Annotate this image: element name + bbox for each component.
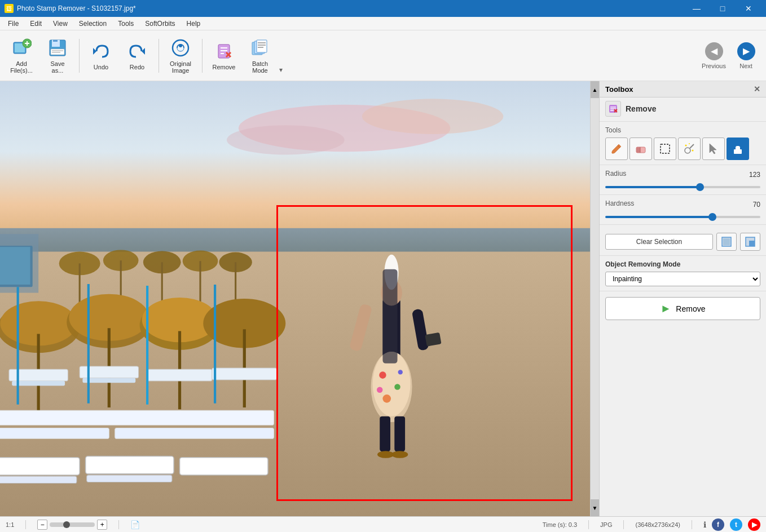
- zoom-slider-track[interactable]: [50, 522, 95, 527]
- twitter-icon[interactable]: t: [730, 518, 742, 531]
- title-bar: 🖼 Photo Stamp Remover - S1032157.jpg* — …: [0, 0, 766, 17]
- svg-rect-110: [749, 241, 755, 246]
- pointer-tool-button[interactable]: [702, 138, 725, 160]
- svg-rect-21: [258, 42, 266, 43]
- svg-rect-32: [0, 247, 30, 285]
- zoom-slider-thumb[interactable]: [63, 521, 70, 528]
- menu-tools[interactable]: Tools: [112, 17, 139, 30]
- svg-point-14: [179, 44, 182, 47]
- remove-button[interactable]: Remove: [207, 33, 241, 78]
- panel-content: Toolbox ✕ Remove Tools: [600, 81, 766, 516]
- time-text: Time (s): 0.3: [543, 521, 577, 528]
- scroll-down-button[interactable]: ▼: [591, 499, 599, 516]
- rect-select-tool-button[interactable]: [654, 138, 676, 160]
- menu-edit[interactable]: Edit: [24, 17, 47, 30]
- panel-close-button[interactable]: ✕: [754, 85, 760, 94]
- radius-value: 123: [749, 171, 760, 179]
- svg-rect-65: [0, 428, 109, 439]
- mode-label: Object Removing Mode: [605, 260, 760, 268]
- remove-section-title: Remove: [626, 104, 656, 113]
- toolbox-header: Toolbox ✕: [600, 81, 766, 97]
- removing-mode-dropdown[interactable]: Inpainting Smart Fill Move & Scale: [605, 272, 760, 286]
- window-title: Photo Stamp Remover - S1032157.jpg*: [17, 5, 136, 12]
- minimize-button[interactable]: —: [684, 0, 710, 17]
- toolbar-sep-3: [202, 39, 202, 73]
- previous-button[interactable]: ◀ Previous: [698, 33, 729, 78]
- remove-action-button[interactable]: ► Remove: [605, 297, 760, 320]
- svg-rect-66: [115, 428, 274, 439]
- batch-mode-icon: [250, 38, 270, 58]
- object-removing-mode-section: Object Removing Mode Inpainting Smart Fi…: [600, 256, 766, 291]
- save-as-label: Saveas...: [50, 60, 64, 74]
- svg-rect-7: [53, 40, 58, 42]
- svg-rect-95: [636, 147, 640, 153]
- original-image-label: OriginalImage: [170, 60, 191, 74]
- original-image-button[interactable]: OriginalImage: [164, 33, 197, 78]
- redo-button[interactable]: Redo: [120, 33, 154, 78]
- eraser-tool-button[interactable]: [629, 138, 652, 160]
- radius-label: Radius: [605, 170, 626, 178]
- info-icon[interactable]: ℹ: [703, 520, 706, 529]
- svg-rect-85: [380, 416, 390, 452]
- remove-label: Remove: [213, 64, 236, 70]
- invert-selection-button[interactable]: [740, 233, 760, 251]
- original-image-icon: [170, 38, 191, 58]
- hardness-value: 70: [753, 201, 760, 209]
- status-sep-1: [25, 520, 26, 529]
- toolbox-title: Toolbox: [605, 85, 633, 94]
- menu-help[interactable]: Help: [181, 17, 206, 30]
- canvas-area[interactable]: [0, 81, 590, 516]
- svg-point-78: [394, 384, 400, 389]
- radius-slider[interactable]: [605, 186, 760, 188]
- batch-mode-button[interactable]: BatchMode: [243, 33, 277, 78]
- scroll-up-button[interactable]: ▲: [591, 81, 599, 98]
- facebook-icon[interactable]: f: [712, 518, 724, 531]
- previous-label: Previous: [702, 63, 726, 69]
- remove-action-label: Remove: [676, 304, 705, 313]
- toolbar-dropdown-arrow[interactable]: ▾: [279, 66, 283, 74]
- zoom-in-button[interactable]: +: [97, 520, 107, 530]
- svg-point-100: [685, 145, 687, 147]
- remove-section-header: Remove: [600, 97, 766, 122]
- menu-selection[interactable]: Selection: [73, 17, 112, 30]
- stamp-tool-button[interactable]: [727, 138, 749, 160]
- undo-button[interactable]: Undo: [84, 33, 118, 78]
- brush-tool-button[interactable]: [605, 138, 628, 160]
- toolbar-sep-2: [159, 39, 159, 73]
- zoom-controls: − +: [37, 520, 107, 530]
- status-sep-5: [692, 520, 692, 529]
- svg-rect-23: [258, 47, 263, 48]
- next-label: Next: [739, 63, 752, 69]
- remove-icon: [214, 41, 234, 61]
- hardness-slider[interactable]: [605, 216, 760, 218]
- tools-label: Tools: [605, 126, 760, 134]
- maximize-button[interactable]: □: [710, 0, 736, 17]
- svg-rect-22: [258, 45, 266, 46]
- svg-rect-84: [425, 333, 441, 347]
- dimensions-display: (3648x2736x24): [635, 521, 680, 528]
- zoom-out-button[interactable]: −: [37, 520, 47, 530]
- panel-scrollbar-left: ▲ ▼: [591, 81, 600, 516]
- menu-softorbits[interactable]: SoftOrbits: [139, 17, 181, 30]
- add-files-button[interactable]: AddFile(s)...: [5, 33, 38, 78]
- svg-point-101: [692, 150, 694, 152]
- menu-file[interactable]: File: [2, 17, 24, 30]
- svg-rect-64: [0, 410, 274, 425]
- svg-rect-56: [147, 369, 212, 381]
- youtube-icon[interactable]: ▶: [748, 518, 760, 531]
- nav-buttons: ◀ Previous ▶ Next: [698, 33, 761, 78]
- add-files-label: AddFile(s)...: [10, 60, 33, 74]
- next-button[interactable]: ▶ Next: [730, 33, 761, 78]
- toolbar-sep-1: [79, 39, 80, 73]
- beach-image: [0, 81, 590, 516]
- svg-rect-10: [52, 52, 60, 53]
- magic-wand-tool-button[interactable]: [678, 138, 701, 160]
- svg-marker-103: [710, 144, 716, 154]
- save-as-button[interactable]: Saveas...: [41, 33, 74, 78]
- redo-label: Redo: [130, 64, 144, 70]
- select-all-button[interactable]: [716, 233, 737, 251]
- menu-view[interactable]: View: [47, 17, 73, 30]
- close-button[interactable]: ✕: [736, 0, 761, 17]
- add-files-icon: [11, 38, 32, 58]
- clear-selection-button[interactable]: Clear Selection: [605, 234, 713, 250]
